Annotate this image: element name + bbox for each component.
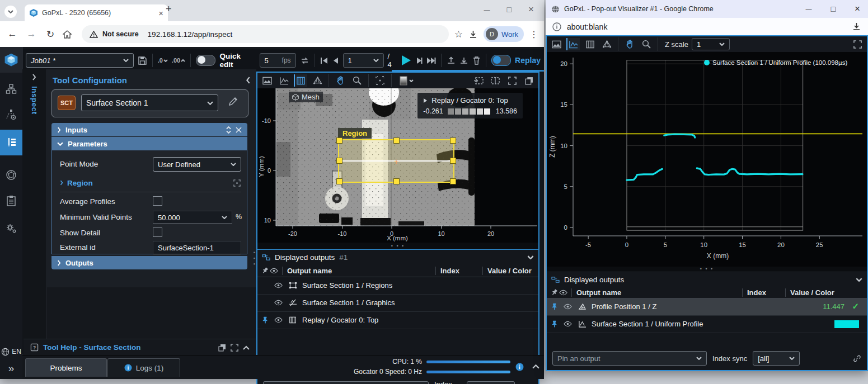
problems-tab[interactable]: Problems xyxy=(25,358,107,377)
decimal-decrease-icon[interactable]: .0 xyxy=(158,57,168,64)
region-handle[interactable] xyxy=(336,138,342,144)
tool-select[interactable]: Surface Section 1 xyxy=(81,94,218,111)
min-valid-points-field[interactable]: 50.000 xyxy=(153,211,232,224)
legend-expand-icon[interactable] xyxy=(423,98,428,103)
pan-tool-icon[interactable] xyxy=(623,38,636,50)
popout-help-icon[interactable] xyxy=(218,344,226,352)
play-to-view-icon[interactable] xyxy=(472,74,485,87)
play-button[interactable] xyxy=(400,54,412,67)
tab-close-icon[interactable]: × xyxy=(158,8,163,18)
pin-output-select[interactable]: Pin an output xyxy=(552,351,707,366)
visibility-slot[interactable] xyxy=(274,300,283,306)
view-mesh-icon[interactable] xyxy=(311,74,324,87)
chrome-menu-icon[interactable]: ⋮ xyxy=(529,29,538,40)
fps-field[interactable]: 5 fps xyxy=(260,53,296,68)
inputs-section-header[interactable]: Inputs xyxy=(51,123,247,136)
browser-tab[interactable]: GoPxL - 2520 (65656) × xyxy=(25,4,168,21)
save-icon[interactable] xyxy=(138,56,147,65)
region-handle[interactable] xyxy=(450,138,456,144)
popout-titlebar[interactable]: GoPxL - Pop-out Visualizer #1 - Google C… xyxy=(546,0,868,18)
output-row[interactable]: Surface Section 1 / Uniform Profile xyxy=(547,316,867,333)
collapse-left-icon[interactable] xyxy=(246,77,251,84)
output-color-swatch[interactable] xyxy=(834,320,859,328)
fullscreen-view-icon[interactable] xyxy=(505,74,519,87)
pin-slot[interactable] xyxy=(262,316,270,324)
pin-slot[interactable] xyxy=(551,320,559,328)
region-focus-icon[interactable] xyxy=(233,179,241,187)
loop-icon[interactable] xyxy=(300,56,309,65)
nav-settings-icon[interactable] xyxy=(0,219,22,238)
nav-inspect-icon[interactable] xyxy=(0,130,22,155)
expand-status-icon[interactable] xyxy=(532,364,539,369)
nav-system-icon[interactable] xyxy=(0,79,22,98)
parameters-section-header[interactable]: Parameters xyxy=(51,137,247,150)
pin-slot[interactable] xyxy=(551,303,559,310)
tool-help-bar[interactable]: ? Tool Help - Surface Section xyxy=(24,339,256,355)
region-handle[interactable] xyxy=(393,138,400,144)
pan-tool-icon[interactable] xyxy=(334,74,347,87)
nav-lens-icon[interactable] xyxy=(0,165,22,184)
zoom-tool-icon[interactable] xyxy=(640,38,653,50)
job-select[interactable]: Job01 * xyxy=(26,53,134,68)
region-handle[interactable] xyxy=(336,158,342,164)
downloads-icon[interactable] xyxy=(468,30,478,39)
fit-view-icon[interactable] xyxy=(373,74,387,87)
expand-all-icon[interactable] xyxy=(226,126,231,134)
page-info-icon[interactable] xyxy=(552,22,561,31)
pin-icon[interactable] xyxy=(551,303,558,310)
output-row[interactable]: Surface Section 1 / Graphics xyxy=(257,295,538,312)
first-frame-icon[interactable] xyxy=(320,57,329,64)
logs-tab[interactable]: Logs (1) xyxy=(107,358,180,377)
back-icon[interactable]: ← xyxy=(6,29,19,40)
zoom-tool-icon[interactable] xyxy=(350,74,364,87)
profile-chart-area[interactable]: -5051015202505101520X (mm)Z (mm)Surface … xyxy=(547,52,867,267)
horizontal-splitter[interactable]: • • • xyxy=(547,267,867,272)
pin-output-select[interactable]: Pin an output xyxy=(263,381,429,384)
fullscreen-view-icon[interactable] xyxy=(851,38,864,50)
status-info-icon[interactable] xyxy=(515,363,524,371)
collapse-panel-icon[interactable] xyxy=(32,74,36,80)
visibility-icon[interactable] xyxy=(564,321,572,327)
view-image-icon[interactable] xyxy=(550,38,563,50)
next-frame-icon[interactable] xyxy=(416,57,423,64)
profile-chip[interactable]: D Work xyxy=(484,26,524,42)
view-heightmap-icon[interactable] xyxy=(294,74,307,87)
popout-maximize-icon[interactable]: □ xyxy=(831,4,836,13)
url-field[interactable]: Not secure 192.168.1.12/app/inspect xyxy=(82,25,449,43)
bookmark-star-icon[interactable]: ☆ xyxy=(454,29,463,40)
visibility-slot[interactable] xyxy=(274,282,283,288)
frame-select[interactable]: 1 xyxy=(343,53,384,68)
collapse-outputs-icon[interactable] xyxy=(527,255,534,259)
region-handle[interactable] xyxy=(450,178,456,184)
replay-toggle[interactable] xyxy=(491,55,511,66)
show-detail-checkbox[interactable] xyxy=(153,227,162,237)
popout-downloads-icon[interactable] xyxy=(852,22,861,31)
reload-icon[interactable]: ↻ xyxy=(44,29,57,40)
prev-frame-icon[interactable] xyxy=(332,57,339,64)
mesh-mode-chip[interactable]: Mesh xyxy=(289,92,323,102)
forward-icon[interactable]: → xyxy=(25,29,38,40)
new-tab-button[interactable]: + xyxy=(166,3,172,15)
region-overlay[interactable]: Region + xyxy=(338,139,454,183)
collapse-all-icon[interactable] xyxy=(236,127,242,133)
point-mode-select[interactable]: User Defined xyxy=(153,157,241,172)
view-profile-icon[interactable] xyxy=(277,74,290,87)
nav-clipboard-icon[interactable] xyxy=(0,191,22,210)
visibility-icon[interactable] xyxy=(274,282,283,288)
pin-column-icon[interactable] xyxy=(551,289,559,296)
center-view-icon[interactable] xyxy=(489,74,502,87)
visibility-slot[interactable] xyxy=(564,304,572,310)
output-row[interactable]: Surface Section 1 / Regions xyxy=(257,277,538,295)
minimize-icon[interactable]: — xyxy=(484,6,490,13)
visibility-column-icon[interactable] xyxy=(559,290,571,296)
delete-icon[interactable] xyxy=(472,56,481,65)
download-icon[interactable] xyxy=(459,56,468,65)
region-handle[interactable] xyxy=(393,178,400,184)
quick-edit-toggle[interactable] xyxy=(196,55,215,66)
view-heightmap-icon[interactable] xyxy=(583,38,597,50)
output-row[interactable]: Profile Position 1 / Z11.447✓ xyxy=(547,298,867,316)
inspect-tab-label[interactable]: Inspect xyxy=(30,86,39,115)
visibility-icon[interactable] xyxy=(274,300,283,306)
edit-tool-icon[interactable] xyxy=(228,97,238,106)
popout-minimize-icon[interactable]: — xyxy=(806,6,812,12)
